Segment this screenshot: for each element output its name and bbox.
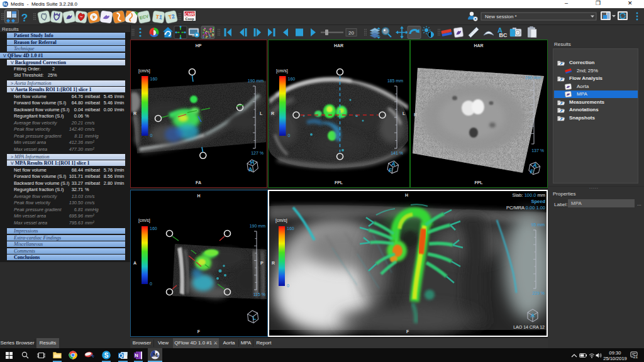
svg-text:0: 0 — [287, 283, 289, 288]
svg-text:L: L — [402, 111, 406, 116]
svg-text:21: 21 — [633, 354, 638, 359]
svg-text:229 %: 229 % — [532, 291, 545, 295]
svg-text:[cm/s]: [cm/s] — [276, 69, 288, 74]
svg-text:FPL: FPL — [474, 180, 483, 185]
svg-text:L: L — [260, 111, 263, 116]
svg-text:185 mm: 185 mm — [387, 79, 402, 83]
svg-text:190 mm: 190 mm — [250, 224, 265, 228]
svg-text:BC: BC — [499, 32, 508, 38]
svg-text:[cm/s]: [cm/s] — [138, 218, 150, 223]
svg-text:[cm/s]: [cm/s] — [138, 69, 150, 74]
svg-text:R: R — [271, 111, 274, 116]
svg-text:A: A — [133, 261, 136, 265]
svg-text:0: 0 — [150, 133, 153, 138]
svg-text:Slab: 100.0 mm: Slab: 100.0 mm — [512, 192, 545, 198]
svg-text:141 %: 141 % — [391, 151, 403, 155]
svg-text:HP: HP — [196, 43, 202, 48]
svg-text:HAR: HAR — [474, 43, 483, 48]
svg-text:FA: FA — [196, 180, 201, 185]
svg-text:137 %: 137 % — [531, 148, 544, 153]
svg-text:N: N — [135, 353, 138, 358]
svg-text:160: 160 — [287, 77, 295, 81]
svg-text:R: R — [272, 261, 275, 265]
svg-text:Speed: Speed — [531, 199, 545, 204]
svg-text:M: M — [4, 3, 8, 6]
svg-text:HAR: HAR — [333, 43, 343, 48]
svg-text:F: F — [406, 329, 409, 334]
svg-text:P: P — [260, 261, 264, 265]
svg-text:0: 0 — [287, 133, 290, 138]
svg-text:Coop: Coop — [185, 17, 194, 21]
svg-text:0: 0 — [150, 282, 152, 286]
svg-text:R: R — [414, 112, 417, 117]
svg-text:R: R — [133, 111, 136, 116]
svg-text:160: 160 — [150, 226, 157, 231]
svg-text:95 mm: 95 mm — [531, 222, 545, 227]
svg-text:[cm/s]: [cm/s] — [275, 218, 287, 223]
svg-text:F: F — [197, 329, 201, 334]
svg-text:A: A — [531, 312, 535, 319]
svg-text:160: 160 — [287, 226, 294, 231]
svg-text:?: ? — [21, 12, 28, 24]
svg-text:M: M — [153, 353, 158, 358]
svg-text:PC/MRA 0.00 1.00: PC/MRA 0.00 1.00 — [506, 205, 545, 211]
svg-text:127 %: 127 % — [251, 151, 264, 155]
svg-text:CMR: CMR — [185, 12, 194, 16]
svg-text:New session *: New session * — [485, 14, 517, 19]
svg-text:115 %: 115 % — [253, 292, 265, 297]
svg-text:20: 20 — [348, 30, 354, 36]
svg-text:FPL: FPL — [334, 180, 343, 185]
svg-text:H: H — [405, 193, 408, 197]
svg-text:LAO 14 CRA 12: LAO 14 CRA 12 — [513, 325, 545, 329]
svg-text:190 mm: 190 mm — [525, 75, 540, 80]
svg-text:160: 160 — [150, 77, 158, 81]
svg-text:S: S — [104, 352, 109, 359]
svg-text:190 mm: 190 mm — [248, 79, 264, 83]
svg-text:H: H — [197, 194, 200, 198]
